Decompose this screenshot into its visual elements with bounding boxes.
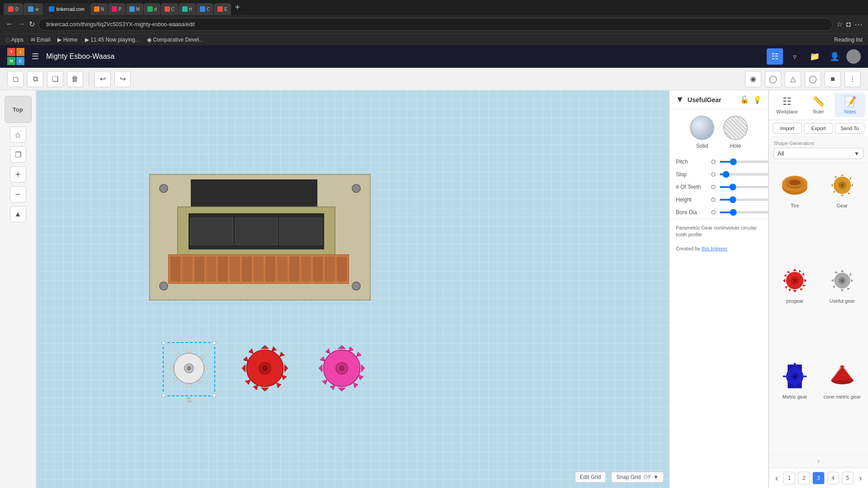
address-bar[interactable]: tinkercad.com/things/6q2Vc50S3YX-mighty-…: [38, 18, 833, 31]
header-right: ☷ ▿ 📁 👤: [767, 48, 861, 65]
solid-label: Solid: [696, 143, 708, 149]
selected-gear-container[interactable]: ⇅: [163, 342, 215, 396]
top-view-label: Top: [13, 106, 23, 113]
zoom-in-btn[interactable]: +: [10, 166, 26, 183]
page-2-btn[interactable]: 2: [798, 472, 810, 484]
canvas-area[interactable]: ⇅: [36, 90, 669, 488]
prop-title: UsefulGear: [688, 96, 736, 103]
tab[interactable]: E: [214, 3, 231, 15]
shape-item-progear[interactable]: progear: [772, 261, 818, 356]
hole-label: Hole: [730, 143, 741, 149]
forward-btn[interactable]: →: [17, 19, 25, 29]
undo-btn[interactable]: ↩: [94, 71, 111, 87]
3d-nav-btn[interactable]: ▲: [10, 206, 26, 222]
grid-view-btn[interactable]: ☷: [767, 48, 783, 65]
folder-btn[interactable]: 📁: [807, 48, 823, 65]
bookmark-apps[interactable]: ◌ Apps: [5, 37, 24, 43]
top-view-btn[interactable]: Top: [5, 96, 32, 123]
tab[interactable]: w: [24, 3, 43, 15]
prop-collapse-arrow[interactable]: ▼: [676, 95, 684, 104]
light-btn[interactable]: ◯: [765, 71, 781, 87]
shape-item-tire[interactable]: Tire: [772, 166, 818, 260]
delete-btn[interactable]: 🗑: [67, 71, 83, 87]
grid-btn[interactable]: ■: [825, 71, 841, 87]
pink-gear-container[interactable]: [315, 341, 369, 397]
zoom-out-btn[interactable]: −: [10, 186, 26, 202]
shape-item-metric-gear[interactable]: Metric gear: [772, 357, 818, 451]
tab[interactable]: C: [196, 3, 213, 15]
shape-item-useful-gear[interactable]: Useful gear: [819, 261, 866, 356]
lightbulb-icon[interactable]: 💡: [753, 95, 762, 104]
tab-active[interactable]: tinkercad.com: [43, 3, 90, 15]
3d-view-btn[interactable]: ▿: [787, 48, 803, 65]
shape-item-gear[interactable]: Gear: [819, 166, 866, 260]
export-btn[interactable]: Export: [804, 123, 833, 134]
tab[interactable]: M: [126, 3, 143, 15]
redo-btn[interactable]: ↪: [114, 71, 131, 87]
red-gear-container[interactable]: [238, 341, 292, 397]
page-3-btn[interactable]: 3: [812, 472, 824, 484]
shape-item-cone-gear[interactable]: cone metric gear: [819, 357, 866, 451]
mirror-btn[interactable]: ⋮: [844, 71, 861, 87]
copy-btn[interactable]: ⧉: [27, 71, 43, 87]
extensions-btn[interactable]: ◘: [846, 20, 851, 28]
camera-btn[interactable]: ◉: [745, 71, 761, 87]
param-teeth: # Of Teeth 13: [670, 181, 768, 193]
hamburger-btn[interactable]: ☰: [32, 52, 39, 61]
tab[interactable]: C: [161, 3, 178, 15]
solid-option[interactable]: Solid: [690, 116, 714, 149]
prop-creator-link[interactable]: this tinkerer: [702, 246, 727, 251]
prev-page-btn[interactable]: ‹: [773, 473, 781, 484]
new-tab-btn[interactable]: +: [231, 2, 244, 13]
import-btn[interactable]: Import: [773, 123, 802, 134]
menu-btn[interactable]: ⋯: [854, 19, 863, 29]
shape-gen-select[interactable]: All ▼: [774, 148, 863, 159]
tab[interactable]: N: [90, 3, 108, 15]
svg-marker-31: [322, 380, 327, 385]
next-page-btn[interactable]: ›: [856, 473, 864, 484]
lock-icon[interactable]: 🔓: [740, 95, 749, 104]
page-5-btn[interactable]: 5: [842, 472, 854, 484]
bookmark-nowplaying[interactable]: ▶ 11:45 Now playing...: [85, 37, 140, 43]
fit-view-btn[interactable]: ❐: [10, 146, 26, 163]
next-page-indicator[interactable]: ›: [769, 454, 868, 468]
page-4-btn[interactable]: 4: [827, 472, 839, 484]
main-area: Top ⌂ ❐ + − ▲: [0, 90, 868, 488]
circle-btn[interactable]: ◯: [805, 71, 821, 87]
svg-marker-63: [783, 279, 785, 283]
svg-marker-20: [282, 375, 287, 380]
paste-btn[interactable]: ❏: [47, 71, 63, 87]
svg-marker-11: [261, 345, 269, 348]
edit-grid-btn[interactable]: Edit Grid: [575, 472, 606, 483]
bookmark-comparative[interactable]: ◉ Comparative Devel...: [147, 37, 203, 43]
user-btn[interactable]: 👤: [826, 48, 843, 65]
workplane-label: Workplane: [776, 109, 798, 114]
prop-header: ▼ UsefulGear 🔓 💡: [670, 90, 768, 109]
svg-marker-47: [849, 178, 852, 180]
tab-notes[interactable]: 📝 Notes: [835, 93, 865, 117]
tab[interactable]: H: [179, 3, 196, 15]
bookmark-reading[interactable]: Reading list: [834, 37, 863, 43]
tab[interactable]: P: [108, 3, 125, 15]
reload-btn[interactable]: ↻: [29, 20, 35, 28]
tab-ruler[interactable]: 📏 Ruler: [803, 93, 834, 117]
avatar[interactable]: [846, 49, 861, 64]
tab[interactable]: d: [144, 3, 160, 15]
send-to-btn[interactable]: Send To: [835, 123, 864, 134]
param-boredia: Bore Dia 4: [670, 206, 768, 219]
bookmark-home[interactable]: ▶ Home: [57, 37, 77, 43]
tab[interactable]: D: [4, 3, 23, 15]
home-view-btn[interactable]: ⌂: [10, 127, 26, 143]
pagination-bar: ‹ 1 2 3 4 5 ›: [769, 468, 868, 488]
snap-grid-row[interactable]: Snap Grid Off ▼: [611, 472, 664, 483]
polygon-btn[interactable]: △: [785, 71, 801, 87]
tab-workplane[interactable]: ☷ Workplane: [772, 93, 802, 117]
back-btn[interactable]: ←: [5, 19, 14, 29]
bookmark-star[interactable]: ☆: [836, 20, 843, 28]
tinkercad-logo[interactable]: T I N C: [7, 48, 24, 65]
hole-option[interactable]: Hole: [723, 116, 748, 149]
page-1-btn[interactable]: 1: [783, 472, 795, 484]
bookmark-email[interactable]: ✉ Email: [31, 37, 50, 43]
add-shape-btn[interactable]: ◻: [7, 71, 24, 87]
progear-shape-label: progear: [786, 298, 803, 304]
